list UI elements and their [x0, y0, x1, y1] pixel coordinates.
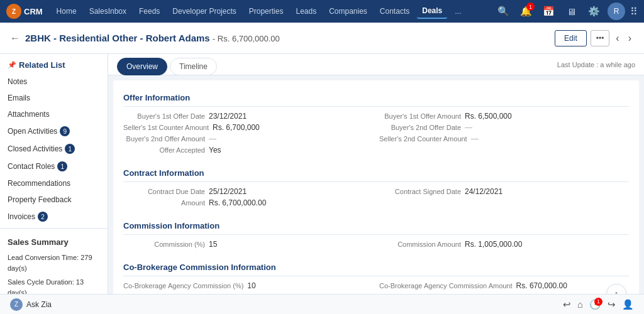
ask-zia-button[interactable]: Z Ask Zia: [10, 298, 52, 311]
nav-leads[interactable]: Leads: [291, 4, 321, 18]
more-actions-button[interactable]: •••: [591, 30, 610, 46]
sidebar-item-invoices[interactable]: Invoices 2: [0, 208, 108, 225]
contract-signed-date-value: 24/12/2021: [465, 187, 502, 196]
tab-overview[interactable]: Overview: [117, 58, 167, 75]
bottom-refresh-icon[interactable]: ↩: [563, 299, 571, 310]
sidebar-recommendations-label: Recommendations: [8, 179, 70, 188]
related-list-title: 📌 Related List: [0, 54, 108, 73]
buyer-2nd-offer-amount-row: Buyer's 2nd Offer Amount —: [123, 134, 373, 143]
nav-home[interactable]: Home: [52, 4, 82, 18]
bottom-forward-icon[interactable]: ↪: [608, 299, 616, 310]
search-icon[interactable]: 🔍: [494, 3, 512, 20]
contract-signed-date-row: Contract Signed Date 24/12/2021: [379, 187, 629, 196]
sidebar-item-property-feedback[interactable]: Property Feedback: [0, 192, 108, 208]
seller-1st-counter-value: Rs. 6,700,000: [213, 123, 260, 132]
contract-section-title: Contract Information: [123, 163, 629, 182]
notification-badge: 1: [526, 3, 535, 11]
amount-label: Amount: [123, 198, 205, 207]
amount-row: Amount Rs. 6,700,000.00: [123, 198, 373, 207]
commission-pct-row: Commission (%) 15: [123, 240, 373, 249]
main-layout: 📌 Related List Notes Emails Attachments …: [0, 54, 644, 314]
offer-accepted-row: Offer Accepted Yes: [123, 146, 373, 154]
commission-section-title: Commission Information: [123, 216, 629, 235]
calendar-icon[interactable]: 📅: [540, 3, 557, 20]
sidebar-closed-activities-label: Closed Activities: [8, 144, 62, 153]
nav-companies[interactable]: Companies: [324, 4, 372, 18]
sidebar-item-recommendations[interactable]: Recommendations: [0, 175, 108, 192]
contract-due-date-row: Contract Due Date 25/12/2021: [123, 187, 373, 196]
open-activities-count: 9: [60, 126, 70, 136]
buyer-1st-offer-date-label: Buyer's 1st Offer Date: [123, 112, 205, 120]
nav-salesinbox[interactable]: SalesInbox: [84, 4, 131, 18]
sidebar-item-closed-activities[interactable]: Closed Activities 1: [0, 140, 108, 158]
logo-text: CRM: [24, 7, 43, 16]
contract-due-date-label: Contract Due Date: [123, 187, 205, 195]
buyer-1st-offer-date-value: 23/12/2021: [209, 112, 247, 121]
last-update-text: Last Update : a while ago: [557, 61, 635, 72]
offer-section-title: Offer Information: [123, 88, 629, 107]
crm-logo[interactable]: Z CRM: [6, 4, 43, 19]
contract-fields: Contract Due Date 25/12/2021 Contract Si…: [123, 187, 629, 207]
apps-grid-icon[interactable]: ⠿: [630, 6, 638, 18]
next-record-button[interactable]: ›: [626, 31, 634, 45]
cobrokerage-pct-row: Co-Brokerage Agency Commission (%) 10: [123, 281, 373, 290]
settings-icon[interactable]: ⚙️: [585, 3, 602, 20]
edit-button[interactable]: Edit: [555, 30, 587, 46]
bottom-person-icon[interactable]: 👤: [622, 299, 634, 310]
closed-activities-count: 1: [65, 144, 75, 154]
prev-record-button[interactable]: ‹: [613, 31, 621, 45]
cobrokerage-pct-label: Co-Brokerage Agency Commission (%): [123, 281, 243, 290]
sidebar-notes-label: Notes: [8, 77, 27, 86]
seller-2nd-counter-value: —: [471, 134, 479, 143]
bottom-clock-icon[interactable]: 🕐 1: [589, 299, 601, 310]
commission-amount-value: Rs. 1,005,000.00: [465, 240, 522, 249]
nav-contacts[interactable]: Contacts: [375, 4, 414, 18]
buyer-2nd-offer-date-row: Buyer's 2nd Offer Date —: [379, 123, 629, 132]
tabs-bar: Overview Timeline Last Update : a while …: [108, 54, 644, 75]
user-avatar[interactable]: R: [608, 3, 625, 20]
nav-more[interactable]: ...: [450, 4, 466, 18]
sidebar-contact-roles-label: Contact Roles: [8, 162, 55, 171]
sidebar-property-feedback-label: Property Feedback: [8, 195, 71, 204]
bottom-bar: Z Ask Zia ↩ ⌂ 🕐 1 ↪ 👤: [0, 294, 644, 314]
buyer-1st-offer-amount-label: Buyer's 1st Offer Amount: [379, 112, 461, 120]
seller-2nd-counter-label: Seller's 2nd Counter Amount: [379, 134, 467, 143]
bottom-home-icon[interactable]: ⌂: [577, 299, 583, 310]
nav-developer-projects[interactable]: Developer Projects: [167, 4, 241, 18]
offer-fields: Buyer's 1st Offer Date 23/12/2021 Buyer'…: [123, 112, 629, 154]
seller-2nd-counter-row: Seller's 2nd Counter Amount —: [379, 134, 629, 143]
sidebar-item-emails[interactable]: Emails: [0, 90, 108, 106]
screen-icon[interactable]: 🖥: [562, 3, 580, 20]
zia-icon: Z: [10, 298, 23, 311]
sidebar-emails-label: Emails: [8, 94, 30, 102]
sidebar-item-contact-roles[interactable]: Contact Roles 1: [0, 158, 108, 175]
buyer-2nd-offer-date-value: —: [465, 123, 472, 132]
buyer-1st-offer-amount-row: Buyer's 1st Offer Amount Rs. 6,500,000: [379, 112, 629, 121]
nav-properties[interactable]: Properties: [244, 4, 289, 18]
pin-icon: 📌: [8, 61, 16, 69]
nav-feeds[interactable]: Feeds: [134, 4, 165, 18]
content-area: Overview Timeline Last Update : a while …: [108, 54, 644, 314]
sidebar-open-activities-label: Open Activities: [8, 127, 57, 136]
main-content: Offer Information Buyer's 1st Offer Date…: [113, 80, 639, 314]
sidebar-divider: [0, 228, 108, 229]
back-button[interactable]: ←: [10, 33, 20, 44]
buyer-2nd-offer-amount-value: —: [209, 134, 216, 143]
sidebar-item-open-activities[interactable]: Open Activities 9: [0, 122, 108, 140]
commission-pct-value: 15: [209, 240, 217, 249]
commission-amount-label: Commission Amount: [379, 240, 461, 248]
notification-icon[interactable]: 🔔 1: [517, 3, 535, 20]
tab-timeline[interactable]: Timeline: [170, 58, 217, 75]
sidebar-invoices-label: Invoices: [8, 212, 35, 221]
record-info: 2BHK - Residential Other - Robert Adams …: [25, 33, 280, 43]
sidebar-item-attachments[interactable]: Attachments: [0, 106, 108, 122]
seller-1st-counter-row: Seller's 1st Counter Amount Rs. 6,700,00…: [123, 123, 373, 132]
related-list-label: Related List: [19, 60, 65, 70]
nav-deals[interactable]: Deals: [417, 4, 447, 19]
seller-1st-counter-label: Seller's 1st Counter Amount: [123, 123, 209, 131]
cobrokerage-fields: Co-Brokerage Agency Commission (%) 10 Co…: [123, 281, 629, 290]
commission-pct-label: Commission (%): [123, 240, 205, 248]
contract-due-date-value: 25/12/2021: [209, 187, 247, 196]
sidebar-item-notes[interactable]: Notes: [0, 73, 108, 90]
bottom-icons: ↩ ⌂ 🕐 1 ↪ 👤: [563, 299, 634, 310]
